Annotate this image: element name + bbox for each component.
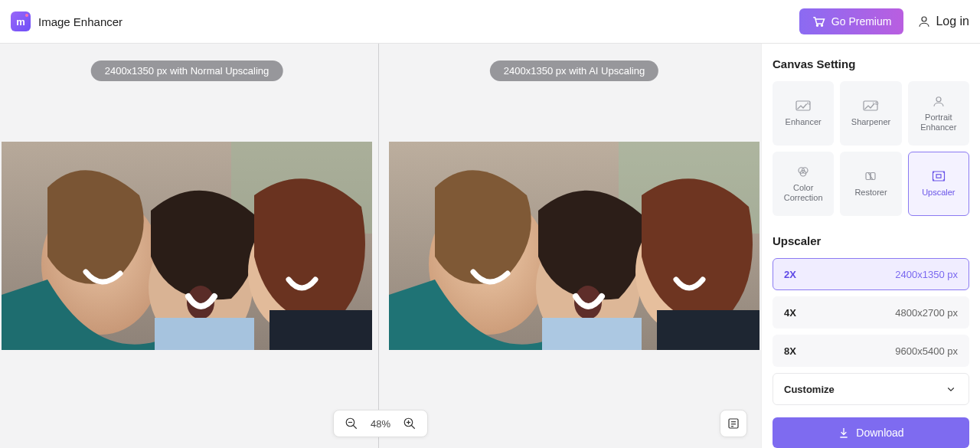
svg-rect-38	[866, 173, 871, 180]
svg-rect-16	[542, 318, 642, 350]
tool-portrait-enhancer[interactable]: Portrait Enhancer	[908, 81, 969, 146]
tool-label: Upscaler	[922, 188, 955, 198]
left-image	[2, 142, 372, 350]
svg-point-0	[816, 25, 818, 26]
left-resolution-badge: 2400x1350 px with Normal Upscaling	[91, 60, 283, 81]
option-dimensions: 2400x1350 px	[895, 269, 958, 280]
zoom-control: 48%	[333, 410, 428, 437]
svg-rect-41	[933, 172, 944, 181]
customize-label: Customize	[784, 384, 835, 395]
option-8x[interactable]: 8X 9600x5400 px	[773, 335, 969, 367]
option-customize[interactable]: Customize	[773, 373, 969, 405]
go-premium-label: Go Premium	[831, 15, 892, 28]
compare-divider[interactable]	[378, 44, 379, 448]
svg-point-1	[821, 25, 822, 26]
sidebar: Canvas Setting AI Enhancer HD Sharpener …	[761, 44, 980, 448]
zoom-out-icon[interactable]	[345, 417, 358, 430]
download-icon	[838, 427, 850, 439]
compare-view: 2400x1350 px with Normal Upscaling	[0, 44, 761, 448]
canvas-setting-title: Canvas Setting	[773, 57, 969, 70]
notes-icon	[727, 417, 740, 430]
tool-label: Color Correction	[776, 183, 830, 203]
user-icon	[917, 15, 931, 28]
portrait-icon	[929, 94, 948, 108]
tool-label: Sharpener	[851, 117, 890, 127]
option-4x[interactable]: 4X 4800x2700 px	[773, 296, 969, 329]
app-title: Image Enhancer	[38, 15, 122, 28]
tool-enhancer[interactable]: AI Enhancer	[773, 81, 834, 146]
zoom-in-icon[interactable]	[403, 417, 416, 430]
svg-rect-10	[270, 310, 372, 350]
download-label: Download	[856, 427, 903, 439]
restorer-icon	[861, 169, 880, 183]
svg-rect-42	[936, 175, 941, 178]
cart-icon	[812, 15, 825, 28]
enhancer-icon: AI	[794, 99, 812, 113]
svg-rect-18	[657, 310, 760, 350]
tool-label: Restorer	[854, 188, 887, 198]
tool-label: Enhancer	[786, 117, 822, 127]
header: m Image Enhancer Go Premium Log in	[0, 0, 980, 44]
right-image	[389, 142, 760, 350]
tool-grid: AI Enhancer HD Sharpener Portrait Enhanc…	[773, 81, 969, 216]
header-right: Go Premium Log in	[799, 8, 969, 34]
svg-text:AI: AI	[807, 101, 811, 106]
svg-text:HD: HD	[873, 101, 879, 106]
option-label: 2X	[784, 269, 796, 280]
upscaler-section-title: Upscaler	[773, 234, 969, 247]
color-icon	[794, 165, 812, 178]
svg-point-2	[922, 17, 926, 21]
option-2x[interactable]: 2X 2400x1350 px	[773, 258, 969, 290]
go-premium-button[interactable]: Go Premium	[799, 8, 904, 34]
notes-button[interactable]	[720, 410, 747, 437]
svg-line-23	[411, 425, 415, 429]
canvas-area: 2400x1350 px with Normal Upscaling	[0, 44, 761, 448]
right-resolution-badge: 2400x1350 px with AI Upscaling	[490, 60, 658, 81]
sharpener-icon: HD	[861, 99, 880, 113]
left-panel: 2400x1350 px with Normal Upscaling	[0, 44, 374, 448]
svg-rect-8	[155, 318, 254, 350]
tool-label: Portrait Enhancer	[912, 113, 965, 132]
svg-line-20	[353, 425, 357, 429]
tool-sharpener[interactable]: HD Sharpener	[840, 81, 901, 146]
header-left: m Image Enhancer	[11, 11, 122, 31]
tool-restorer[interactable]: Restorer	[840, 152, 901, 216]
download-button[interactable]: Download	[773, 417, 969, 448]
login-label: Log in	[936, 15, 969, 28]
upscale-options: 2X 2400x1350 px 4X 4800x2700 px 8X 9600x…	[773, 258, 969, 405]
chevron-down-icon	[944, 382, 958, 396]
main: 2400x1350 px with Normal Upscaling	[0, 44, 980, 448]
option-label: 4X	[784, 307, 796, 319]
login-button[interactable]: Log in	[917, 15, 969, 28]
zoom-value: 48%	[371, 418, 390, 430]
tool-upscaler[interactable]: Upscaler	[908, 152, 969, 216]
svg-rect-39	[871, 173, 875, 180]
tool-color-correction[interactable]: Color Correction	[773, 152, 834, 216]
option-label: 8X	[784, 345, 796, 357]
app-logo: m	[11, 11, 31, 31]
option-dimensions: 9600x5400 px	[895, 345, 958, 357]
upscaler-icon	[929, 169, 948, 183]
option-dimensions: 4800x2700 px	[895, 307, 958, 319]
svg-point-34	[936, 97, 941, 102]
right-panel: 2400x1350 px with AI Upscaling	[387, 44, 761, 448]
